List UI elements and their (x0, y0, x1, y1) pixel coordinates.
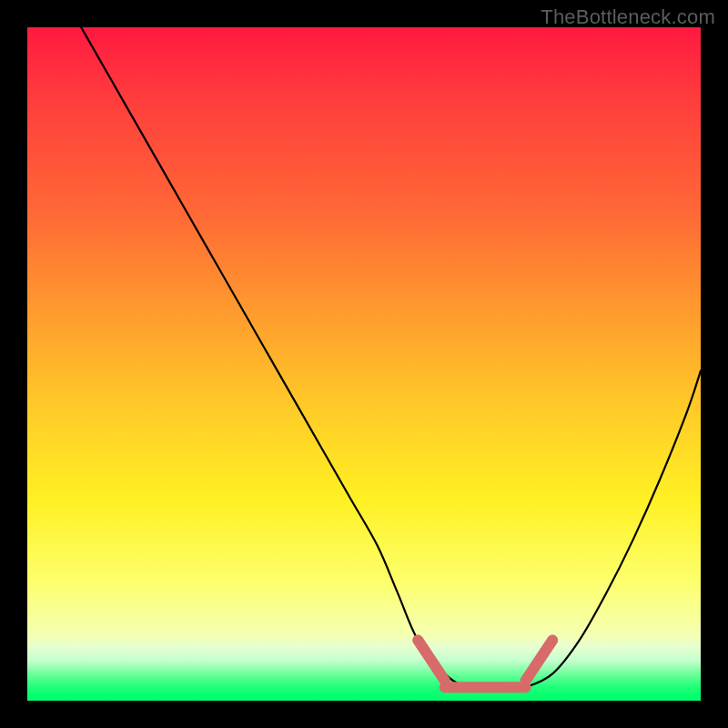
chart-frame: TheBottleneck.com (0, 0, 728, 728)
curve-layer (27, 27, 701, 701)
bottleneck-curve-line (81, 27, 701, 691)
highlight-segments (418, 640, 552, 687)
watermark-text: TheBottleneck.com (541, 5, 715, 29)
highlight-segment (418, 640, 445, 680)
highlight-segment (526, 640, 553, 680)
plot-area (27, 27, 701, 701)
